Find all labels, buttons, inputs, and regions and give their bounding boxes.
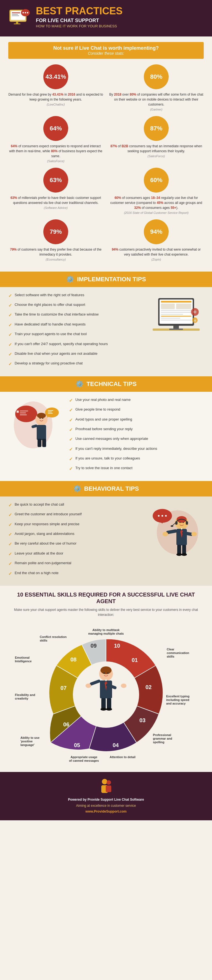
svg-rect-15	[161, 301, 191, 302]
svg-rect-25	[169, 329, 183, 330]
svg-text:skills: skills	[167, 655, 174, 658]
svg-rect-45	[38, 439, 41, 447]
behav-tip-5: ✓ Be very careful about the use of humor	[8, 541, 143, 547]
svg-rect-5	[16, 22, 18, 24]
behavioral-tips-list: ✓ Be quick to accept the chat call ✓ Gre…	[8, 502, 143, 580]
svg-rect-33	[17, 410, 19, 413]
svg-text:Emotional: Emotional	[15, 656, 30, 659]
checkmark-icon-1: ✓	[8, 293, 12, 299]
svg-text:of canned messages: of canned messages	[69, 759, 99, 762]
svg-point-106	[85, 684, 91, 688]
svg-text:Excellent typing: Excellent typing	[166, 695, 189, 698]
svg-text:creativity: creativity	[15, 697, 28, 700]
tech-tip-text-3: Avoid typos and use proper spelling	[75, 417, 132, 422]
svg-text:language': language'	[21, 743, 35, 746]
svg-rect-138	[106, 786, 111, 792]
svg-text:grammar and: grammar and	[153, 737, 172, 740]
stats-row-1: 43.41% Demand for live chat grew by 43.4…	[8, 64, 204, 112]
svg-point-111	[106, 708, 112, 711]
svg-text:and accuracy: and accuracy	[166, 702, 186, 705]
technical-tips-list: ✓ Use your real photo and real name ✓ Gi…	[69, 397, 204, 476]
impl-tip-text-2: Choose the right places to offer chat su…	[15, 302, 85, 307]
behav-tip-text-6: Leave your attitude at the door	[15, 551, 63, 556]
stat-item-4: 87% 87% of B2B consumers say that an imm…	[109, 116, 204, 164]
footer-icons	[8, 778, 204, 794]
svg-text:including speed: including speed	[166, 698, 189, 702]
checkmark-behav-3: ✓	[8, 522, 12, 528]
stats-row-3: 63% 63% of millennials prefer to have th…	[8, 168, 204, 215]
stat-item-5: 63% 63% of millennials prefer to have th…	[8, 168, 103, 215]
svg-point-110	[100, 708, 106, 711]
stat-item-7: 79% 79% of customers say that they prefe…	[8, 220, 103, 262]
behav-tip-6: ✓ Leave your attitude at the door	[8, 551, 143, 557]
checkmark-behav-5: ✓	[8, 541, 12, 547]
checkmark-icon-7: ✓	[8, 352, 12, 358]
svg-text:⚙: ⚙	[194, 319, 196, 322]
tech-tip-6: ✓ If you can't reply immediately, descri…	[69, 446, 204, 453]
behav-tip-text-3: Keep your responses simple and precise	[15, 522, 79, 527]
svg-point-56	[161, 515, 163, 517]
checkmark-icon-5: ✓	[8, 332, 12, 338]
tech-tip-text-4: Proofread before sending your reply	[75, 426, 133, 431]
impl-tip-1: ✓ Select software with the right set of …	[8, 293, 143, 299]
svg-point-39	[37, 413, 46, 418]
header-title-line1: BEST PRACTICES	[36, 6, 123, 17]
stat-text-1: Demand for live chat grew by 43.41% in 2…	[8, 92, 103, 107]
tech-tip-7: ✓ If you are unsure, talk to your collea…	[69, 456, 204, 462]
tech-tip-8: ✓ Try to solve the issue in one contact	[69, 466, 204, 472]
skills-section: 10 ESSENTIAL SKILLS REQUIRED FOR A SUCCE…	[0, 586, 212, 772]
svg-text:Clear: Clear	[167, 648, 174, 651]
stat-circle-4: 87%	[144, 116, 169, 141]
svg-text:Ability to use: Ability to use	[21, 736, 40, 739]
svg-point-98	[100, 667, 112, 674]
svg-text:Intelligence: Intelligence	[15, 660, 32, 663]
behav-tip-text-2: Greet the customer and introduce yoursel…	[15, 512, 82, 517]
skills-pie-chart: 01 02 03 04 05 06 07 08 09 10	[12, 623, 200, 767]
checkmark-tech-5: ✓	[69, 436, 73, 442]
svg-rect-4	[12, 16, 19, 16]
svg-text:skills: skills	[40, 639, 47, 642]
stat-circle-6: 60%	[144, 168, 169, 192]
behavioral-tips-title: BEHAVIORAL TIPS	[84, 485, 139, 492]
svg-point-9	[23, 12, 24, 13]
footer-website: www.ProvideSupport.com	[8, 809, 204, 815]
stat-circle-3: 64%	[43, 116, 68, 141]
behav-tip-1: ✓ Be quick to accept the chat call	[8, 502, 143, 508]
behav-tip-3: ✓ Keep your responses simple and precise	[8, 522, 143, 528]
checkmark-behav-2: ✓	[8, 512, 12, 518]
svg-rect-60	[175, 521, 177, 525]
checkmark-tech-3: ✓	[69, 417, 73, 423]
svg-point-100	[108, 672, 109, 674]
tech-tip-text-2: Give people time to respond	[75, 407, 120, 412]
checkmark-behav-8: ✓	[8, 571, 12, 577]
impl-tip-text-6: If you can't offer 24/7 support, specify…	[15, 342, 108, 347]
svg-point-99	[103, 672, 105, 674]
svg-rect-2	[12, 13, 20, 13]
stat-item-6: 60% 60% of consumers ages 18–34 regularl…	[109, 168, 204, 215]
svg-rect-51	[48, 413, 53, 414]
behav-tip-text-8: End the chat on a high note	[15, 571, 59, 576]
header-title-line2: FOR LIVE CHAT SUPPORT	[36, 18, 123, 24]
svg-point-75	[176, 553, 182, 556]
implementation-tips-image: ⚙ ⚙	[149, 293, 204, 342]
tech-tip-5: ✓ Use canned messages only when appropri…	[69, 436, 204, 442]
skills-heading: 10 ESSENTIAL SKILLS REQUIRED FOR A SUCCE…	[8, 591, 204, 605]
impl-tip-text-4: Have dedicated staff to handle chat requ…	[15, 322, 85, 327]
impl-tip-3: ✓ Take the time to customize the chat in…	[8, 312, 143, 318]
skills-title: 10 ESSENTIAL SKILLS REQUIRED FOR A SUCCE…	[8, 591, 204, 605]
svg-point-10	[25, 12, 26, 13]
svg-text:01: 01	[132, 657, 138, 663]
tech-tip-4: ✓ Proofread before sending your reply	[69, 426, 204, 433]
svg-point-40	[40, 418, 41, 419]
footer-text: Powered by Provide Support Live Chat Sof…	[8, 797, 204, 815]
stat-circle-7: 79%	[43, 220, 68, 244]
svg-text:Conflict resolution: Conflict resolution	[40, 635, 66, 638]
svg-rect-108	[101, 698, 106, 709]
svg-text:05: 05	[74, 742, 80, 748]
svg-rect-73	[177, 545, 181, 555]
svg-point-64	[179, 522, 180, 523]
implementation-tips-title: IMPLEMENTATION TIPS	[77, 276, 146, 283]
tech-tip-2: ✓ Give people time to respond	[69, 407, 204, 413]
svg-rect-61	[186, 521, 188, 525]
svg-text:02: 02	[146, 684, 152, 690]
